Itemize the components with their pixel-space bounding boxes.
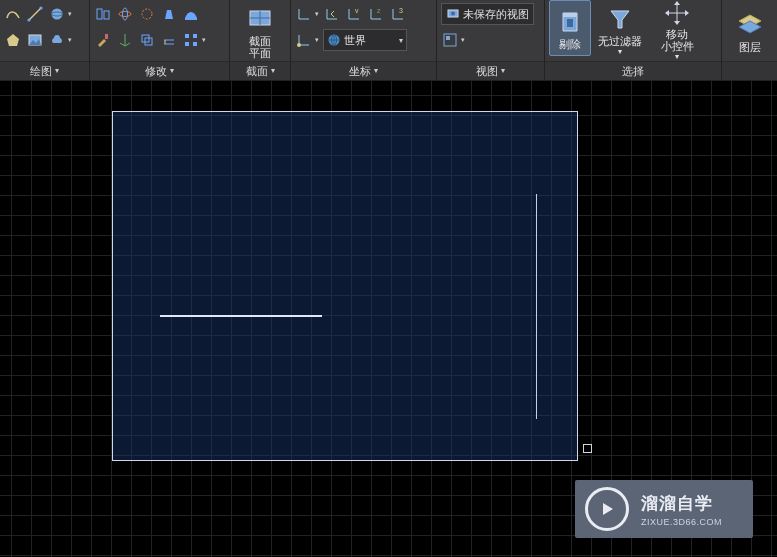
circle-select-icon[interactable] [138,5,156,23]
ucs-origin-icon[interactable] [295,31,313,49]
panel-title-modify[interactable]: 修改 ▾ [90,61,229,80]
cloud-icon[interactable] [48,31,66,49]
copy-icon[interactable] [138,31,156,49]
chevron-down-icon: ▾ [399,36,403,45]
drawn-line-horizontal[interactable] [160,315,322,317]
exclude-button[interactable]: 剔除 [549,0,591,56]
svg-rect-8 [104,11,109,19]
line-icon[interactable] [26,5,44,23]
chevron-down-icon[interactable]: ▾ [315,36,319,44]
chevron-down-icon: ▾ [501,62,505,80]
camera-icon [446,6,460,22]
picture-icon[interactable] [26,31,44,49]
ucs-view-icon[interactable]: v [345,5,363,23]
move-widgets-label: 移动 小控件 [661,28,694,52]
brush-icon[interactable] [94,31,112,49]
spline-icon[interactable] [4,5,22,23]
panel-section: 截面 平面 截面 ▾ [230,0,291,80]
chevron-down-icon: ▾ [618,47,622,56]
chevron-down-icon[interactable]: ▾ [68,36,72,44]
drawn-line-vertical[interactable] [536,194,537,419]
section-plane-button[interactable]: 截面 平面 [236,2,284,60]
brand-sub-text: ZIXUE.3D66.COM [641,517,722,527]
panel-title-label: 坐标 [349,62,371,80]
svg-rect-31 [446,36,450,40]
svg-marker-32 [611,11,629,28]
svg-point-25 [297,43,301,47]
panel-layer: 图层 [722,0,777,80]
chevron-down-icon: ▾ [675,52,679,61]
coord-world-dropdown[interactable]: 世界 ▾ [323,29,407,51]
exclude-icon [556,8,584,36]
chevron-down-icon[interactable]: ▾ [202,36,206,44]
chevron-down-icon: ▾ [271,62,275,80]
svg-marker-34 [674,21,680,25]
saved-view-label: 未保存的视图 [463,7,529,22]
nofilter-button[interactable]: 无过滤器 ▾ [593,0,648,58]
panel-title-draw[interactable]: 绘图 ▾ [0,61,89,80]
svg-rect-16 [193,34,197,38]
panel-title-view[interactable]: 视图 ▾ [437,61,544,80]
nofilter-icon [606,5,634,33]
chevron-down-icon: ▾ [55,62,59,80]
ucs-3-icon[interactable]: 3 [389,5,407,23]
chevron-down-icon: ▾ [170,62,174,80]
svg-rect-7 [97,9,102,19]
pentagon-icon[interactable] [4,31,22,49]
panel-coord: ▾ v z 3 ▾ 世界 ▾ 坐标 ▾ [291,0,437,80]
svg-marker-33 [674,1,680,5]
surface-icon[interactable] [182,5,200,23]
svg-point-10 [123,8,128,20]
move-widgets-button[interactable]: 移动 小控件 ▾ [650,0,705,58]
view-manager-icon[interactable] [441,31,459,49]
svg-marker-36 [685,10,689,16]
section-plane-label: 截面 平面 [249,35,271,59]
chevron-down-icon[interactable]: ▾ [68,10,72,18]
svg-text:z: z [377,7,381,14]
svg-rect-15 [185,34,189,38]
rotate-3d-icon[interactable] [116,5,134,23]
watermark-brand: 溜溜自学 ZIXUE.3D66.COM [575,480,753,538]
panel-view: 未保存的视图 ▾ 视图 ▾ [437,0,545,80]
svg-text:v: v [355,7,359,14]
panel-modify: ▾ 修改 ▾ [90,0,230,80]
drawing-canvas[interactable]: 溜溜自学 ZIXUE.3D66.COM [0,81,777,557]
ribbon: ▾ ▾ 绘图 ▾ [0,0,777,81]
panel-select: 剔除 无过滤器 ▾ 移动 小控件 ▾ 选择 [545,0,723,80]
layer-label: 图层 [739,41,761,53]
play-circle-icon [585,487,629,531]
move-widgets-icon [663,0,691,26]
svg-point-9 [119,12,131,17]
svg-marker-35 [665,10,669,16]
chevron-down-icon[interactable]: ▾ [461,36,465,44]
extrude-icon[interactable] [160,5,178,23]
panel-title-section[interactable]: 截面 ▾ [230,61,290,80]
chevron-down-icon[interactable]: ▾ [315,10,319,18]
layer-button[interactable]: 图层 [727,2,773,60]
crosshair-cursor [583,444,592,453]
svg-rect-17 [185,42,189,46]
panel-title-layer [722,61,777,80]
panel-title-select[interactable]: 选择 [545,61,722,80]
svg-rect-18 [193,42,197,46]
ucs-prev-icon[interactable] [323,5,341,23]
panel-title-label: 修改 [145,62,167,80]
svg-point-29 [451,12,455,16]
section-plane-icon [246,5,274,33]
panel-title-coord[interactable]: 坐标 ▾ [291,61,436,80]
ucs-icon[interactable] [295,5,313,23]
svg-rect-12 [105,34,108,39]
saved-view-dropdown[interactable]: 未保存的视图 [441,3,534,25]
align-icon[interactable] [94,5,112,23]
offset-icon[interactable] [160,31,178,49]
ucs-z-icon[interactable]: z [367,5,385,23]
coord-world-label: 世界 [344,33,366,48]
sphere-icon[interactable] [48,5,66,23]
axis-icon[interactable] [116,31,134,49]
panel-title-label: 视图 [476,62,498,80]
panel-title-label: 截面 [246,62,268,80]
array-icon[interactable] [182,31,200,49]
svg-marker-39 [603,503,613,515]
svg-point-11 [142,9,152,19]
exclude-label: 剔除 [559,38,581,50]
